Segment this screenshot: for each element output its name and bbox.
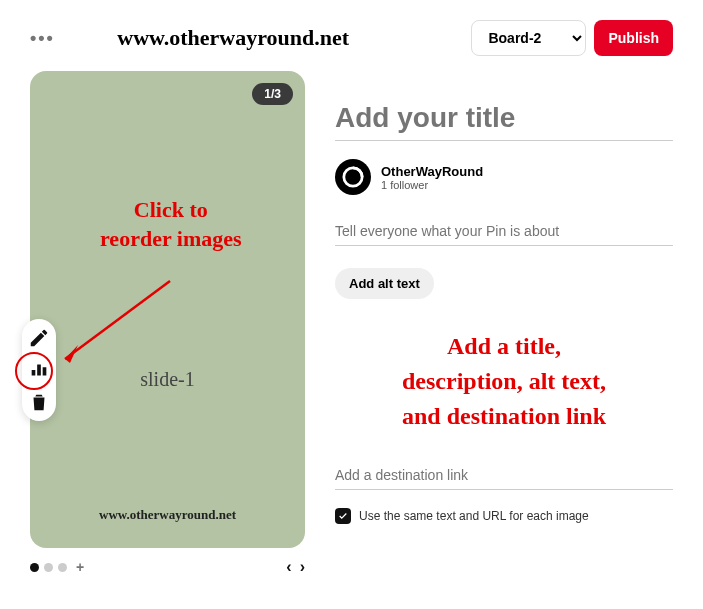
next-arrow-icon[interactable]: ›: [300, 558, 305, 576]
profile-name: OtherWayRound: [381, 164, 483, 179]
annotation-reorder-text: Click to reorder images: [100, 196, 242, 253]
slide-counter: 1/3: [252, 83, 293, 105]
slide-watermark: www.otherwayround.net: [30, 507, 305, 523]
check-icon: [338, 511, 348, 521]
profile-followers: 1 follower: [381, 179, 483, 191]
add-slide-button[interactable]: +: [76, 559, 84, 575]
slide-label: slide-1: [30, 368, 305, 391]
description-input[interactable]: [335, 217, 673, 246]
checkbox-label: Use the same text and URL for each image: [359, 509, 589, 523]
delete-icon[interactable]: [28, 391, 50, 413]
page-dots: +: [30, 559, 84, 575]
annotation-form-hint: Add a title, description, alt text, and …: [335, 329, 673, 433]
same-text-checkbox[interactable]: [335, 508, 351, 524]
avatar: [335, 159, 371, 195]
watermark-text: www.otherwayround.net: [0, 25, 471, 51]
board-select[interactable]: Board-2: [471, 20, 586, 56]
page-dot[interactable]: [44, 563, 53, 572]
edit-icon[interactable]: [28, 327, 50, 349]
slide-preview[interactable]: 1/3 slide-1 www.otherwayround.net: [30, 71, 305, 548]
page-dot[interactable]: [58, 563, 67, 572]
prev-arrow-icon[interactable]: ‹: [286, 558, 291, 576]
slide-tools: [22, 319, 56, 421]
alt-text-button[interactable]: Add alt text: [335, 268, 434, 299]
publish-button[interactable]: Publish: [594, 20, 673, 56]
title-input[interactable]: [335, 96, 673, 141]
reorder-icon[interactable]: [28, 359, 50, 381]
page-dot[interactable]: [30, 563, 39, 572]
destination-input[interactable]: [335, 461, 673, 490]
